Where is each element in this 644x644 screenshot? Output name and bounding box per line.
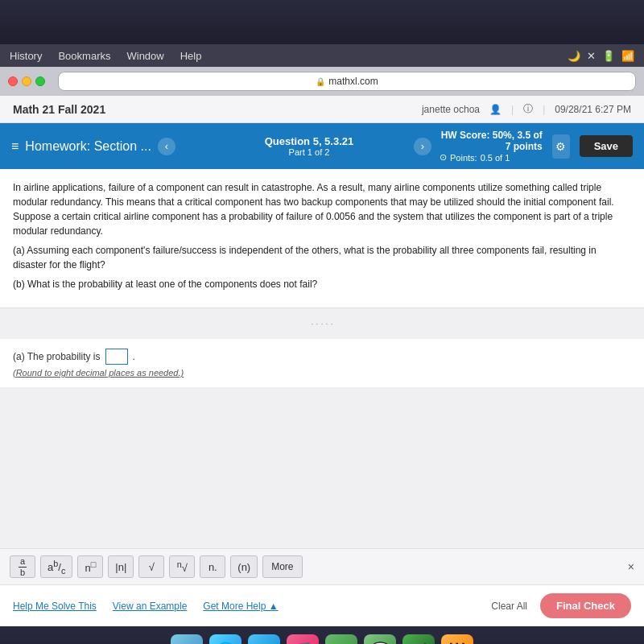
dock-finder[interactable]: 🗂 bbox=[171, 634, 203, 644]
dock-mail[interactable]: ✉️ bbox=[248, 634, 280, 644]
hw-toolbar-left: ≡ Homework: Section ... ‹ bbox=[11, 138, 204, 155]
get-more-help-link[interactable]: Get More Help ▲ bbox=[203, 601, 278, 612]
menu-bookmarks[interactable]: Bookmarks bbox=[58, 50, 110, 62]
dock-safari[interactable]: 🌐 bbox=[209, 634, 242, 644]
question-content: In airline applications, failure of a co… bbox=[0, 169, 644, 308]
lock-icon: 🔒 bbox=[316, 77, 325, 86]
hw-score-label: HW Score: 50%, 3.5 of 7 points bbox=[440, 130, 543, 152]
more-button[interactable]: More bbox=[262, 555, 302, 578]
hw-section-title: Homework: Section ... bbox=[25, 139, 151, 154]
wifi-icon: 📶 bbox=[621, 50, 634, 62]
system-icons: 🌙 ✕ 🔋 📶 bbox=[568, 50, 634, 62]
header-right: janette ochoa 👤 | ⓘ | 09/28/21 6:27 PM bbox=[422, 102, 631, 116]
close-icon: ✕ bbox=[587, 50, 596, 62]
answer-area: (a) The probability is . (Round to eight… bbox=[0, 339, 644, 387]
close-math-toolbar[interactable]: × bbox=[628, 560, 634, 573]
answer-prefix: (a) The probability is bbox=[13, 351, 101, 362]
question-number: Question 5, 5.3.21 bbox=[213, 135, 406, 147]
dock-music[interactable]: 🎵 bbox=[287, 634, 319, 644]
bottom-bar: Help Me Solve This View an Example Get M… bbox=[0, 584, 644, 626]
decimal-button[interactable]: n. bbox=[200, 555, 225, 578]
traffic-lights bbox=[8, 76, 45, 86]
separator: · · · · · bbox=[0, 313, 644, 334]
menu-window[interactable]: Window bbox=[126, 50, 163, 62]
points-icon: ⊙ bbox=[440, 152, 447, 163]
dock-maps[interactable]: 🗺 bbox=[325, 634, 357, 644]
parentheses-button[interactable]: (n) bbox=[230, 555, 258, 578]
url-text: mathxl.com bbox=[328, 76, 378, 87]
nth-root-button[interactable]: n√ bbox=[169, 555, 195, 578]
clear-all-button[interactable]: Clear All bbox=[491, 601, 527, 612]
webpage-header: Math 21 Fall 2021 janette ochoa 👤 | ⓘ | … bbox=[0, 96, 644, 123]
score-info: HW Score: 50%, 3.5 of 7 points ⊙ Points:… bbox=[440, 130, 543, 163]
next-question-button[interactable]: › bbox=[414, 138, 431, 155]
dock-facetime[interactable]: 📹 bbox=[402, 634, 435, 644]
divider2: | bbox=[543, 104, 545, 115]
bottom-right: Clear All Final Check bbox=[491, 593, 631, 618]
laptop-bezel bbox=[0, 0, 644, 44]
question-part-a: (a) Assuming each component's failure/su… bbox=[13, 243, 631, 272]
hw-toolbar-right: HW Score: 50%, 3.5 of 7 points ⊙ Points:… bbox=[440, 130, 633, 163]
dock-messages[interactable]: 💬 bbox=[364, 634, 396, 644]
gear-button[interactable]: ⚙ bbox=[552, 134, 570, 159]
sqrt-icon: √ bbox=[149, 561, 155, 573]
math-toolbar: a b ab/c n□ |n| √ n√ n. (n) More × bbox=[0, 548, 644, 584]
maximize-button-green[interactable] bbox=[35, 76, 45, 86]
site-title: Math 21 Fall 2021 bbox=[13, 103, 105, 116]
answer-input[interactable] bbox=[105, 349, 128, 365]
menu-history[interactable]: History bbox=[10, 50, 42, 62]
menu-help[interactable]: Help bbox=[180, 50, 202, 62]
sqrt-button[interactable]: √ bbox=[138, 555, 164, 578]
address-bar[interactable]: 🔒 mathxl.com bbox=[58, 72, 636, 91]
help-me-solve-link[interactable]: Help Me Solve This bbox=[13, 601, 97, 612]
period: . bbox=[133, 351, 135, 362]
moon-icon: 🌙 bbox=[568, 50, 580, 62]
decimal-icon: n. bbox=[208, 561, 217, 573]
question-part: Part 1 of 2 bbox=[213, 147, 406, 157]
gear-icon: ⚙ bbox=[555, 140, 566, 153]
info-icon: ⓘ bbox=[523, 102, 533, 116]
mixed-icon: ab/c bbox=[47, 559, 65, 576]
hw-toolbar: ≡ Homework: Section ... ‹ Question 5, 5.… bbox=[0, 123, 644, 169]
datetime: 09/28/21 6:27 PM bbox=[555, 104, 631, 115]
question-part-b: (b) What is the probability at least one… bbox=[13, 277, 631, 291]
browser-toolbar: 🔒 mathxl.com bbox=[0, 67, 644, 96]
question-body: In airline applications, failure of a co… bbox=[13, 180, 631, 238]
final-check-button[interactable]: Final Check bbox=[540, 593, 631, 618]
username: janette ochoa bbox=[422, 104, 480, 115]
answer-line: (a) The probability is . bbox=[13, 349, 631, 365]
hw-toolbar-center: Question 5, 5.3.21 Part 1 of 2 bbox=[213, 135, 406, 157]
battery-icon: 🔋 bbox=[602, 50, 615, 62]
webpage: Math 21 Fall 2021 janette ochoa 👤 | ⓘ | … bbox=[0, 96, 644, 626]
view-example-link[interactable]: View an Example bbox=[113, 601, 188, 612]
close-button-red[interactable] bbox=[8, 76, 18, 86]
points-info: ⊙ Points: 0.5 of 1 bbox=[440, 152, 543, 163]
superscript-button[interactable]: n□ bbox=[77, 555, 103, 578]
bottom-links: Help Me Solve This View an Example Get M… bbox=[13, 601, 279, 612]
nth-root-icon: n√ bbox=[177, 559, 188, 574]
points-value: 0.5 of 1 bbox=[481, 153, 510, 163]
divider: | bbox=[511, 104, 514, 115]
dock-photos[interactable]: 🖼 bbox=[441, 634, 473, 644]
empty-content-area bbox=[0, 387, 644, 548]
superscript-icon: n□ bbox=[85, 559, 96, 574]
user-icon: 👤 bbox=[489, 104, 502, 115]
menu-bar: History Bookmarks Window Help 🌙 ✕ 🔋 📶 bbox=[0, 44, 644, 67]
hw-score-value: 50%, 3.5 of 7 points bbox=[493, 130, 543, 152]
absolute-icon: |n| bbox=[115, 561, 126, 573]
prev-question-button[interactable]: ‹ bbox=[158, 138, 175, 155]
answer-hint: (Round to eight decimal places as needed… bbox=[13, 368, 631, 378]
mixed-number-button[interactable]: ab/c bbox=[40, 555, 72, 578]
paren-icon: (n) bbox=[237, 561, 250, 573]
save-button[interactable]: Save bbox=[580, 135, 633, 157]
minimize-button-yellow[interactable] bbox=[22, 76, 31, 86]
hamburger-icon[interactable]: ≡ bbox=[11, 139, 19, 154]
absolute-value-button[interactable]: |n| bbox=[108, 555, 134, 578]
mac-dock: 🗂 🌐 ✉️ 🎵 🗺 💬 📹 🖼 bbox=[0, 626, 644, 644]
fraction-button[interactable]: a b bbox=[10, 555, 35, 578]
